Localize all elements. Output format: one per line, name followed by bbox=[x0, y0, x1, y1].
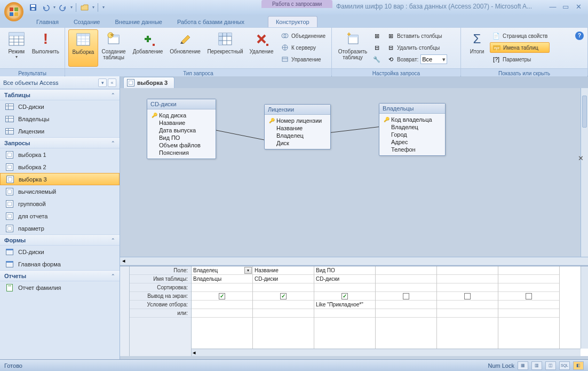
qat-customize-icon[interactable]: ▾ bbox=[102, 5, 105, 10]
grid-cell-field[interactable]: Вид ПО bbox=[314, 266, 375, 275]
grid-cell-criteria[interactable]: Like "Прикладное*" bbox=[314, 301, 375, 309]
delete-rows-button[interactable]: ⊟ bbox=[370, 42, 383, 53]
canvas-vscroll[interactable] bbox=[581, 88, 588, 257]
grid-cell-sort[interactable] bbox=[376, 283, 436, 292]
tab-external[interactable]: Внешние данные bbox=[108, 17, 170, 27]
undo-icon[interactable] bbox=[41, 2, 51, 13]
table-box-cd[interactable]: CD-диски 🔑Код дискаНазваниеДата выпускаВ… bbox=[147, 99, 216, 159]
grid-cell-table[interactable] bbox=[376, 275, 436, 283]
grid-cell-field[interactable] bbox=[437, 266, 498, 275]
delete-cols-button[interactable]: ⊟Удалить столбцы bbox=[384, 42, 449, 53]
grid-cell-table[interactable] bbox=[437, 275, 498, 283]
tab-home[interactable]: Главная bbox=[29, 17, 66, 27]
table-field[interactable]: Диск bbox=[266, 139, 329, 147]
table-field[interactable]: Название bbox=[266, 124, 329, 132]
append-button[interactable]: Добавление bbox=[129, 29, 166, 67]
nav-item[interactable]: Лицензии bbox=[0, 125, 120, 137]
select-query-button[interactable]: Выборка bbox=[68, 29, 98, 67]
open-folder-icon[interactable] bbox=[80, 2, 90, 13]
checkbox[interactable]: ✓ bbox=[280, 293, 287, 299]
doc-close-button[interactable]: ✕ bbox=[578, 154, 584, 162]
nav-group-queries[interactable]: Запросы⌃ bbox=[0, 137, 120, 148]
nav-group-forms[interactable]: Формы⌃ bbox=[0, 234, 120, 246]
nav-group-reports[interactable]: Отчеты⌃ bbox=[0, 270, 120, 281]
nav-header[interactable]: Все объекты Access ▾« bbox=[0, 76, 120, 89]
grid-cell-sort[interactable] bbox=[192, 283, 252, 292]
grid-cell-field[interactable]: Название bbox=[253, 266, 314, 275]
passthrough-button[interactable]: К серверу bbox=[279, 42, 328, 53]
grid-cell-table[interactable]: CD-диски bbox=[253, 275, 314, 283]
dropdown-icon[interactable]: ▾ bbox=[244, 267, 252, 274]
nav-item[interactable]: CD-диски bbox=[0, 246, 120, 258]
table-box-licenses[interactable]: Лицензии 🔑Номер лицензииНазваниеВладелец… bbox=[264, 104, 331, 149]
tab-dbtools[interactable]: Работа с базами данных bbox=[170, 17, 252, 27]
grid-cell-or[interactable] bbox=[253, 309, 314, 318]
grid-cell-show[interactable]: ✓ bbox=[253, 292, 314, 301]
nav-item[interactable]: Главная форма bbox=[0, 258, 120, 270]
grid-cell-criteria[interactable] bbox=[192, 301, 252, 309]
grid-cell-or[interactable] bbox=[437, 309, 498, 318]
grid-cell-sort[interactable] bbox=[437, 283, 498, 292]
view-datasheet-icon[interactable]: ▦ bbox=[518, 361, 528, 370]
grid-hscroll[interactable]: ◂ bbox=[192, 349, 581, 356]
grid-cell-criteria[interactable] bbox=[437, 301, 498, 309]
restore-button[interactable]: ▭ bbox=[560, 2, 571, 11]
grid-cell-sort[interactable] bbox=[498, 283, 559, 292]
delete-query-button[interactable]: Удаление bbox=[247, 29, 276, 67]
grid-cell-show[interactable]: ✓ bbox=[314, 292, 375, 301]
grid-cell-criteria[interactable] bbox=[253, 301, 314, 309]
tablenames-button[interactable]: xyzИмена таблиц bbox=[490, 42, 550, 53]
datadef-button[interactable]: Управление bbox=[279, 54, 328, 65]
grid-cell-show[interactable] bbox=[376, 292, 436, 301]
grid-row-selector[interactable] bbox=[120, 266, 130, 356]
nav-item[interactable]: Владельцы bbox=[0, 113, 120, 125]
checkbox[interactable]: ✓ bbox=[219, 293, 225, 299]
checkbox[interactable] bbox=[403, 293, 409, 299]
redo-icon[interactable] bbox=[58, 2, 68, 13]
table-field[interactable]: Город bbox=[380, 131, 444, 138]
builder-button[interactable]: 🔧 bbox=[370, 54, 383, 65]
table-field[interactable]: Владелец bbox=[380, 123, 444, 131]
table-field[interactable]: Название bbox=[148, 119, 214, 127]
grid-cell-field[interactable] bbox=[376, 266, 436, 275]
table-field[interactable]: 🔑Код владельца bbox=[380, 116, 444, 123]
nav-item[interactable]: групповой bbox=[0, 198, 120, 210]
grid-cell-or[interactable] bbox=[314, 309, 375, 318]
table-field[interactable]: Дата выпуска bbox=[148, 127, 214, 134]
view-button[interactable]: Режим ▾ bbox=[3, 29, 30, 67]
nav-dropdown-icon[interactable]: ▾ bbox=[98, 78, 107, 87]
nav-item[interactable]: выборка 3 bbox=[0, 173, 120, 185]
propsheet-button[interactable]: 📄Страница свойств bbox=[490, 30, 550, 41]
grid-cell-table[interactable] bbox=[498, 275, 559, 283]
table-field[interactable]: 🔑Код диска bbox=[148, 112, 214, 119]
insert-rows-button[interactable]: ⊞ bbox=[370, 30, 383, 41]
grid-cell-sort[interactable] bbox=[253, 283, 314, 292]
grid-cell-field[interactable]: Владелец▾ bbox=[192, 266, 252, 275]
grid-cell-or[interactable] bbox=[498, 309, 559, 318]
grid-cell-or[interactable] bbox=[376, 309, 436, 318]
grid-cell-show[interactable] bbox=[437, 292, 498, 301]
view-sql-icon[interactable]: SQL bbox=[559, 361, 570, 370]
nav-item[interactable]: для отчета bbox=[0, 210, 120, 222]
grid-cell-field[interactable] bbox=[498, 266, 559, 275]
office-button[interactable] bbox=[3, 1, 25, 22]
view-pivot-icon[interactable]: ▥ bbox=[531, 361, 542, 370]
grid-cell-show[interactable]: ✓ bbox=[192, 292, 252, 301]
grid-cell-or[interactable] bbox=[192, 309, 252, 318]
insert-cols-button[interactable]: ⊞Вставить столбцы bbox=[384, 30, 449, 41]
tab-create[interactable]: Создание bbox=[66, 17, 108, 27]
close-button[interactable]: ✕ bbox=[573, 2, 584, 11]
view-chart-icon[interactable]: ◫ bbox=[545, 361, 556, 370]
canvas-hscroll[interactable]: ◂ bbox=[120, 257, 588, 264]
checkbox[interactable] bbox=[526, 293, 532, 299]
nav-group-tables[interactable]: Таблицы⌃ bbox=[0, 89, 120, 100]
table-field[interactable]: Телефон bbox=[380, 146, 444, 153]
table-field[interactable]: Вид ПО bbox=[148, 134, 214, 141]
nav-item[interactable]: CD-диски bbox=[0, 100, 120, 113]
nav-collapse-icon[interactable]: « bbox=[108, 78, 116, 87]
showtable-button[interactable]: Отобразить таблицу bbox=[335, 29, 370, 67]
doc-tab[interactable]: выборка 3 bbox=[123, 77, 174, 88]
params-button[interactable]: [?]Параметры bbox=[490, 54, 550, 65]
checkbox[interactable] bbox=[464, 293, 471, 299]
grid-cell-sort[interactable] bbox=[314, 283, 375, 292]
